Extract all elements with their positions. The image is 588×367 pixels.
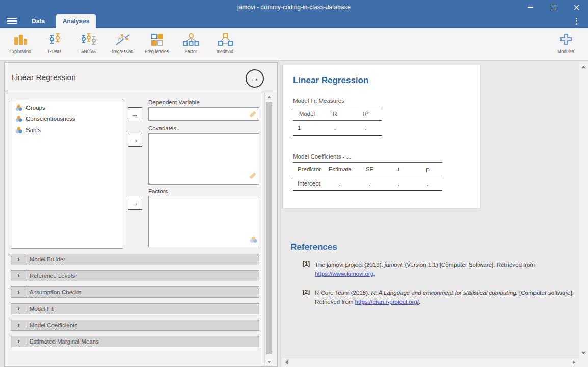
continuous-variable-icon [248, 110, 257, 121]
table-cell: . [355, 180, 384, 187]
section-model-coefficients[interactable]: ›Model Coefficients [11, 320, 259, 331]
chevron-right-icon: › [17, 321, 20, 328]
table-cell: . [413, 180, 442, 187]
table-cell: . [349, 125, 382, 131]
scroll-up-arrow[interactable] [581, 66, 585, 68]
section-reference-levels[interactable]: ›Reference Levels [11, 270, 259, 281]
tab-analyses[interactable]: Analyses [56, 14, 96, 28]
references-heading: References [290, 242, 579, 252]
close-button[interactable] [565, 0, 588, 14]
column-header: SE [355, 166, 384, 172]
section-model-fit[interactable]: ›Model Fit [11, 303, 259, 314]
tab-bar: Data Analyses [0, 14, 588, 28]
table-header-row: Predictor Estimate SE t p [293, 162, 442, 176]
arrow-right-icon: → [132, 111, 139, 118]
ribbon-item-anova[interactable]: ANOVA [71, 28, 105, 59]
nominal-variable-icon [15, 116, 22, 122]
kebab-icon [576, 18, 577, 19]
transfer-factors-button[interactable]: → [128, 196, 142, 210]
minimize-button[interactable] [519, 0, 542, 14]
nominal-variable-icon [15, 127, 22, 134]
factors-label: Factors [148, 188, 168, 194]
variable-item-conscientiousness[interactable]: Conscientiousness [11, 113, 123, 124]
menu-button[interactable] [0, 14, 23, 28]
ribbon-item-ttests[interactable]: T-Tests [37, 28, 71, 59]
analysis-title: Linear Regression [12, 73, 76, 82]
reference-number: [1] [303, 260, 315, 278]
run-analysis-button[interactable]: → [246, 69, 264, 88]
dependent-variable-box[interactable] [148, 107, 259, 121]
ribbon-item-exploration[interactable]: Exploration [3, 28, 37, 59]
factors-box[interactable] [148, 196, 259, 247]
covariates-label: Covariates [148, 125, 176, 132]
arrow-right-icon: → [132, 199, 139, 207]
window-title: jamovi - dummy-coding-in-class-database [237, 4, 351, 11]
scrollbar-corner [579, 358, 588, 367]
column-header: R [321, 111, 349, 117]
ribbon: Exploration T-Tests ANOVA Regression [0, 28, 588, 61]
scroll-right-arrow[interactable] [573, 360, 575, 364]
bar-chart-icon [12, 31, 29, 48]
maximize-icon [551, 5, 556, 10]
error-bars-icon [46, 31, 63, 48]
scatter-line-icon [114, 31, 131, 48]
scroll-up-arrow[interactable] [267, 96, 271, 98]
jamovi-window: jamovi - dummy-coding-in-class-database … [0, 0, 588, 367]
tab-data[interactable]: Data [23, 14, 53, 28]
options-panel: Linear Regression → Groups Conscientious… [4, 62, 278, 367]
model-fit-table-title: Model Fit Measures [293, 98, 344, 104]
reference-link[interactable]: https://www.jamovi.org [315, 271, 373, 277]
ribbon-item-frequencies[interactable]: Frequencies [140, 28, 174, 59]
section-model-builder[interactable]: ›Model Builder [11, 254, 259, 265]
chevron-right-icon: › [17, 305, 20, 312]
table-cell: 1 [293, 125, 321, 131]
scroll-down-arrow[interactable] [581, 352, 585, 354]
ribbon-item-modules[interactable]: Modules [549, 31, 583, 60]
column-header: Predictor [293, 166, 325, 172]
scroll-down-arrow[interactable] [267, 361, 271, 363]
chevron-right-icon: › [17, 272, 20, 279]
results-card: Linear Regression Model Fit Measures Mod… [282, 65, 481, 209]
nominal-variable-icon [250, 236, 257, 245]
results-horizontal-scrollbar[interactable] [282, 358, 579, 367]
covariates-box[interactable] [148, 133, 259, 185]
variable-label: Sales [26, 127, 41, 133]
table-row: 1 . . [293, 121, 382, 136]
maximize-button[interactable] [542, 0, 565, 14]
variable-list: Groups Conscientiousness Sales [11, 99, 123, 249]
variable-item-groups[interactable]: Groups [11, 102, 123, 113]
scroll-left-arrow[interactable] [285, 360, 288, 364]
section-estimated-marginal-means[interactable]: ›Estimated Marginal Means [11, 336, 259, 347]
options-scrollbar[interactable] [264, 93, 273, 366]
options-header: Linear Regression → [5, 63, 277, 92]
hamburger-icon [7, 18, 17, 19]
variable-item-sales[interactable]: Sales [11, 124, 123, 136]
window-controls [519, 0, 588, 14]
transfer-covariates-button[interactable]: → [128, 133, 142, 147]
coefficients-table-title: Model Coefficients - ... [293, 153, 351, 160]
scrollbar-thumb[interactable] [266, 102, 272, 354]
table-cell: . [325, 180, 355, 187]
ribbon-item-factor[interactable]: Factor [174, 28, 208, 59]
factor-tree-icon [182, 31, 200, 48]
table-cell: . [384, 180, 413, 187]
arrow-right-icon: → [132, 136, 139, 144]
transfer-dependent-button[interactable]: → [128, 107, 142, 121]
continuous-variable-icon [248, 171, 257, 182]
reference-link[interactable]: https://cran.r-project.org/ [355, 299, 419, 305]
column-header: p [413, 166, 442, 172]
results-panel: Linear Regression Model Fit Measures Mod… [281, 61, 588, 367]
model-fit-table: Model R R² 1 . . [293, 107, 382, 136]
results-vertical-scrollbar[interactable] [579, 62, 588, 358]
section-assumption-checks[interactable]: ›Assumption Checks [11, 286, 259, 298]
ribbon-item-regression[interactable]: Regression [105, 28, 140, 59]
reference-number: [2] [303, 289, 315, 306]
grid-squares-icon [148, 31, 166, 48]
overflow-menu-button[interactable] [569, 14, 584, 28]
ribbon-item-medmod[interactable]: medmod [208, 28, 242, 59]
nominal-variable-icon [15, 104, 22, 111]
variable-label: Groups [26, 104, 45, 111]
chevron-right-icon: › [17, 288, 20, 295]
table-cell: . [321, 125, 349, 131]
variable-label: Conscientiousness [26, 116, 75, 122]
